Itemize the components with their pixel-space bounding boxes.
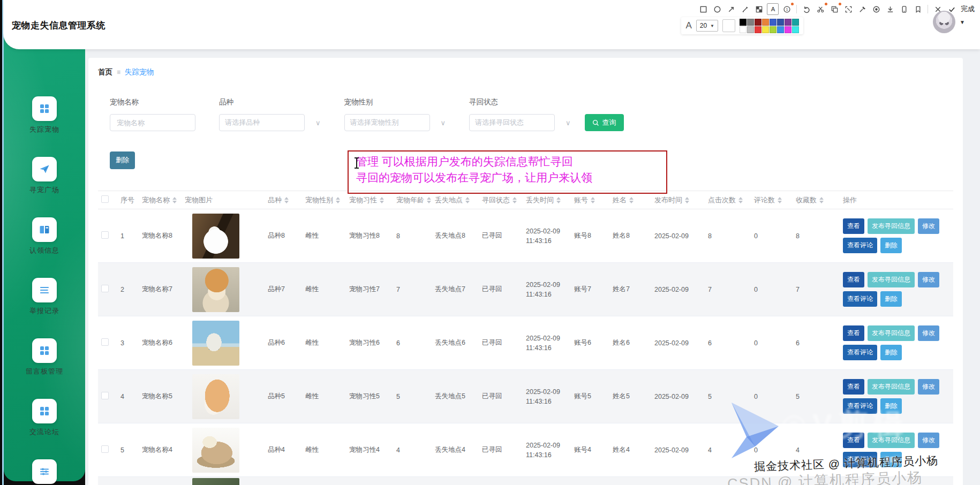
undo-icon[interactable] bbox=[801, 3, 812, 15]
pin-icon[interactable] bbox=[856, 3, 868, 15]
sort-carets-icon[interactable] bbox=[380, 197, 384, 203]
sidebar-item-report-records[interactable]: 举报记录 bbox=[29, 278, 59, 316]
view-comments-button[interactable]: 查看评论 bbox=[843, 238, 877, 253]
row-checkbox[interactable] bbox=[101, 392, 109, 399]
cell-index: 2 bbox=[117, 263, 139, 316]
copy-icon[interactable] bbox=[828, 3, 840, 15]
view-button[interactable]: 查看 bbox=[843, 379, 864, 395]
palette-color-swatch[interactable] bbox=[762, 19, 769, 26]
sidebar-item-message-board[interactable]: 留言板管理 bbox=[26, 338, 63, 376]
palette-color-swatch[interactable] bbox=[785, 26, 791, 33]
column-header[interactable]: 宠物名称 bbox=[139, 191, 182, 209]
sidebar-item-label: 举报记录 bbox=[29, 306, 59, 316]
palette-color-swatch[interactable] bbox=[792, 26, 799, 33]
edit-button[interactable]: 修改 bbox=[918, 433, 939, 448]
download-icon[interactable] bbox=[884, 3, 896, 15]
palette-color-swatch[interactable] bbox=[785, 19, 791, 26]
bulk-delete-button[interactable]: 删除 bbox=[110, 151, 135, 169]
edit-button[interactable]: 修改 bbox=[918, 272, 939, 287]
publish-recovery-button[interactable]: 发布寻回信息 bbox=[868, 379, 915, 395]
record-icon[interactable] bbox=[870, 3, 882, 15]
row-checkbox[interactable] bbox=[101, 338, 109, 346]
sidebar-item-claim-info[interactable]: 认领信息 bbox=[29, 217, 59, 255]
pet-name-input[interactable] bbox=[116, 118, 190, 127]
mosaic-tool-icon[interactable] bbox=[753, 3, 765, 15]
sort-carets-icon[interactable] bbox=[427, 197, 431, 203]
delete-button[interactable]: 删除 bbox=[880, 238, 902, 253]
text-tool-icon[interactable]: A bbox=[767, 3, 779, 15]
expand-icon[interactable] bbox=[842, 3, 854, 15]
scissors-icon[interactable] bbox=[815, 3, 826, 15]
view-button[interactable]: 查看 bbox=[843, 272, 864, 287]
column-header[interactable]: 收藏数 bbox=[793, 191, 840, 209]
sidebar-item-missing-pets[interactable]: 失踪宠物 bbox=[29, 96, 59, 134]
sort-carets-icon[interactable] bbox=[336, 197, 340, 203]
delete-button[interactable]: 删除 bbox=[880, 291, 902, 307]
view-button[interactable]: 查看 bbox=[843, 218, 864, 234]
current-color-swatch[interactable] bbox=[722, 19, 735, 32]
chevron-down-icon[interactable]: ▼ bbox=[960, 19, 965, 25]
avatar[interactable] bbox=[933, 11, 955, 33]
palette-color-swatch[interactable] bbox=[747, 19, 754, 26]
breed-select[interactable]: 请选择品种 bbox=[219, 114, 305, 131]
column-header[interactable]: 评论数 bbox=[751, 191, 793, 209]
palette-color-swatch[interactable] bbox=[740, 26, 747, 33]
row-checkbox[interactable] bbox=[101, 285, 109, 292]
sort-carets-icon[interactable] bbox=[172, 197, 177, 203]
search-button[interactable]: 查询 bbox=[585, 114, 624, 131]
cell-habit bbox=[346, 477, 393, 485]
view-button[interactable]: 查看 bbox=[843, 325, 864, 341]
palette-color-swatch[interactable] bbox=[762, 26, 769, 33]
edit-button[interactable]: 修改 bbox=[918, 218, 939, 234]
column-header[interactable]: 品种 bbox=[265, 191, 302, 209]
sort-carets-icon[interactable] bbox=[819, 197, 824, 203]
row-checkbox[interactable] bbox=[101, 445, 109, 453]
recovery-status-select[interactable]: 请选择寻回状态 bbox=[469, 114, 555, 131]
pencil-tool-icon[interactable] bbox=[739, 3, 751, 15]
edit-button[interactable]: 修改 bbox=[918, 325, 939, 341]
sort-carets-icon[interactable] bbox=[591, 197, 595, 203]
view-comments-button[interactable]: 查看评论 bbox=[843, 345, 877, 360]
row-checkbox[interactable] bbox=[101, 231, 109, 239]
palette-color-swatch[interactable] bbox=[770, 26, 777, 33]
sort-carets-icon[interactable] bbox=[465, 197, 470, 203]
sidebar-item-forum-category[interactable]: 论坛分类 bbox=[29, 459, 59, 485]
palette-color-swatch[interactable] bbox=[770, 19, 777, 26]
publish-recovery-button[interactable]: 发布寻回信息 bbox=[868, 272, 915, 287]
phone-view-icon[interactable] bbox=[898, 3, 910, 15]
sort-carets-icon[interactable] bbox=[284, 197, 289, 203]
palette-color-swatch[interactable] bbox=[747, 26, 754, 33]
column-header[interactable]: 点击次数 bbox=[705, 191, 751, 209]
sort-carets-icon[interactable] bbox=[685, 197, 689, 203]
font-size-select[interactable]: 20 ▼ bbox=[696, 20, 718, 32]
delete-button[interactable]: 删除 bbox=[880, 345, 902, 360]
palette-color-swatch[interactable] bbox=[740, 19, 747, 26]
arrow-tool-icon[interactable] bbox=[725, 3, 737, 15]
sort-carets-icon[interactable] bbox=[512, 197, 517, 203]
rectangle-tool-icon[interactable] bbox=[697, 3, 709, 15]
palette-color-swatch[interactable] bbox=[755, 26, 762, 33]
palette-color-swatch[interactable] bbox=[792, 19, 799, 26]
sort-carets-icon[interactable] bbox=[738, 197, 743, 203]
gender-select[interactable]: 请选择宠物性别 bbox=[344, 114, 430, 131]
palette-color-swatch[interactable] bbox=[777, 26, 784, 33]
palette-color-swatch[interactable] bbox=[777, 19, 784, 26]
publish-recovery-button[interactable]: 发布寻回信息 bbox=[868, 218, 915, 234]
sort-carets-icon[interactable] bbox=[556, 197, 561, 203]
breadcrumb-home[interactable]: 首页 bbox=[98, 67, 112, 77]
ellipse-tool-icon[interactable] bbox=[711, 3, 723, 15]
publish-recovery-button[interactable]: 发布寻回信息 bbox=[868, 325, 915, 341]
cell-name: 宠物名称8 bbox=[139, 209, 182, 263]
sort-carets-icon[interactable] bbox=[629, 197, 634, 203]
sort-carets-icon[interactable] bbox=[778, 197, 782, 203]
edit-button[interactable]: 修改 bbox=[918, 379, 939, 395]
sidebar-item-forum[interactable]: 交流论坛 bbox=[29, 399, 59, 437]
column-header[interactable]: 宠物性别 bbox=[302, 191, 346, 209]
view-comments-button[interactable]: 查看评论 bbox=[843, 291, 877, 307]
select-all-checkbox[interactable] bbox=[101, 195, 109, 203]
palette-color-swatch[interactable] bbox=[755, 19, 762, 26]
number-step-tool-icon[interactable]: 1 bbox=[781, 3, 793, 15]
sidebar-item-pet-plaza[interactable]: 寻宠广场 bbox=[29, 157, 59, 195]
bookmark-icon[interactable] bbox=[912, 3, 924, 15]
breadcrumb-current[interactable]: 失踪宠物 bbox=[125, 67, 154, 77]
